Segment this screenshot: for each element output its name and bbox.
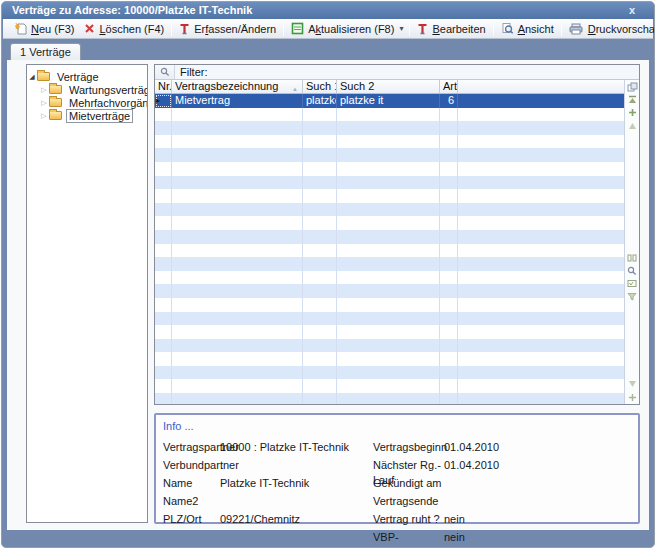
- grid-row[interactable]: [155, 189, 624, 203]
- grid-row[interactable]: [155, 379, 624, 393]
- grid-cell: [440, 162, 458, 176]
- grid-row[interactable]: [155, 216, 624, 230]
- info-field-name2: Name2: [163, 494, 349, 512]
- info-field-value: Platzke IT-Technik: [220, 476, 309, 494]
- columns-icon[interactable]: [627, 252, 638, 263]
- filter-field[interactable]: Filter:: [175, 65, 639, 79]
- page-down-icon[interactable]: [627, 379, 638, 390]
- druckvorschau-button[interactable]: Druckvorschau: [564, 22, 655, 36]
- grid-row-selected[interactable]: ▸Mietvertragplatzke itplatzke it6: [155, 94, 624, 108]
- grid-row[interactable]: [155, 162, 624, 176]
- column-header-art[interactable]: Art: [440, 80, 458, 93]
- grid-row[interactable]: [155, 244, 624, 258]
- grid-cell: [303, 325, 337, 339]
- column-header-vertragsbezeichnung[interactable]: Vertragsbezeichnung▲: [172, 80, 303, 93]
- grid-cell: [172, 352, 303, 366]
- bearbeiten-button[interactable]: Bearbeiten: [412, 22, 490, 36]
- page-up-icon[interactable]: [627, 120, 638, 131]
- grid-rows: ▸Mietvertragplatzke itplatzke it6: [155, 94, 624, 404]
- grid-row[interactable]: [155, 298, 624, 312]
- grid-row[interactable]: [155, 257, 624, 271]
- grid-cell: [440, 379, 458, 393]
- grid-cell: [458, 312, 624, 326]
- grid-cell: ▸: [155, 94, 172, 108]
- grid-row[interactable]: [155, 148, 624, 162]
- grid-cell: [155, 339, 172, 353]
- tree-item-mehrfachvorgänge[interactable]: ▷Mehrfachvorgänge: [27, 96, 147, 109]
- grid-cell: [172, 379, 303, 393]
- close-icon[interactable]: x: [624, 3, 640, 17]
- row-indicator-icon: ▸: [156, 96, 160, 105]
- expand-arrow-icon[interactable]: ▷: [39, 99, 49, 107]
- grid-row[interactable]: [155, 121, 624, 135]
- chevron-down-icon[interactable]: ▾: [399, 24, 407, 33]
- grid-cell: [440, 339, 458, 353]
- grid-cell: [155, 216, 172, 230]
- tree-item-mietverträge[interactable]: ▷Mietverträge: [27, 109, 147, 122]
- column-header-nr-[interactable]: Nr...: [155, 80, 172, 93]
- collapse-arrow-icon[interactable]: ◢: [27, 73, 37, 81]
- grid-cell: [458, 94, 624, 108]
- grid-row[interactable]: [155, 135, 624, 149]
- search-icon[interactable]: [155, 65, 175, 79]
- toolbar-separator: [409, 22, 410, 36]
- grid-cell: [303, 339, 337, 353]
- erfassen-ändern-button[interactable]: Erfassen/Ändern: [174, 22, 281, 36]
- edit-record-icon: [417, 23, 428, 35]
- column-chooser-icon[interactable]: [627, 81, 638, 92]
- search-icon[interactable]: [627, 265, 638, 276]
- scroll-top-icon[interactable]: [627, 94, 638, 105]
- grid-row[interactable]: [155, 284, 624, 298]
- grid-cell: [337, 230, 440, 244]
- grid-cell: [303, 379, 337, 393]
- column-header-such-2[interactable]: Such 2: [337, 80, 440, 93]
- grid-row[interactable]: [155, 366, 624, 380]
- löschen-f4-button[interactable]: Löschen (F4): [79, 22, 169, 36]
- grid-cell: [303, 298, 337, 312]
- grid-cell: [440, 271, 458, 285]
- grid-row[interactable]: [155, 230, 624, 244]
- folder-icon: [49, 111, 62, 120]
- column-header-empty[interactable]: [458, 80, 624, 93]
- expand-arrow-icon[interactable]: ▷: [39, 86, 49, 94]
- ansicht-button[interactable]: Ansicht: [496, 21, 559, 36]
- grid-cell: [172, 312, 303, 326]
- grid-cell: [155, 244, 172, 258]
- grid-cell: [337, 216, 440, 230]
- grid-row[interactable]: [155, 271, 624, 285]
- info-field-label: Name: [163, 476, 220, 494]
- column-header-such-1[interactable]: Such 1: [303, 80, 337, 93]
- grid-cell: [172, 298, 303, 312]
- row-insert-icon[interactable]: [627, 107, 638, 118]
- grid-cell: [337, 352, 440, 366]
- info-field-value: nein: [444, 512, 465, 530]
- grid-row[interactable]: [155, 312, 624, 326]
- grid-row[interactable]: [155, 352, 624, 366]
- grid-cell: [337, 312, 440, 326]
- grid-cell: [337, 298, 440, 312]
- grid-row[interactable]: [155, 339, 624, 353]
- expand-arrow-icon[interactable]: ▷: [39, 112, 49, 120]
- grid-header-row: Nr...Vertragsbezeichnung▲Such 1Such 2Art: [155, 80, 624, 94]
- neu-f3-button[interactable]: Neu (F3): [9, 21, 79, 36]
- tree-item-wartungsverträge[interactable]: ▷Wartungsverträge: [27, 83, 147, 96]
- filter-funnel-icon[interactable]: [627, 291, 638, 302]
- toolbar-button-label: Erfassen/Ändern: [194, 23, 276, 35]
- grid-row[interactable]: [155, 108, 624, 122]
- aktualisieren-f8-button[interactable]: Aktualisieren (F8): [286, 21, 399, 36]
- tree-item-verträge[interactable]: ◢Verträge: [27, 70, 147, 83]
- grid-row[interactable]: [155, 203, 624, 217]
- add-row-icon[interactable]: [627, 392, 638, 403]
- grid-cell: [458, 135, 624, 149]
- grid-row[interactable]: [155, 393, 624, 404]
- grid-cell: [303, 135, 337, 149]
- grid-cell: [155, 162, 172, 176]
- auto-filter-icon[interactable]: [627, 278, 638, 289]
- grid-row[interactable]: [155, 325, 624, 339]
- grid-cell: [337, 271, 440, 285]
- grid-cell: [172, 271, 303, 285]
- tab-strip: 1 Verträge: [3, 39, 653, 60]
- grid-row[interactable]: [155, 176, 624, 190]
- tab-vertraege[interactable]: 1 Verträge: [10, 43, 81, 60]
- sort-asc-icon: ▲: [292, 83, 298, 93]
